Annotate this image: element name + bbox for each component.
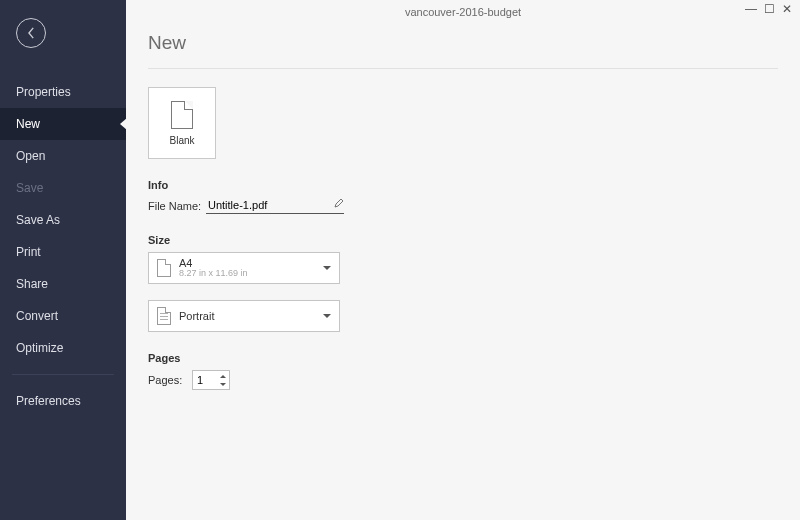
- main-panel: vancouver-2016-budget — ☐ ✕ New Blank In…: [126, 0, 800, 520]
- document-icon: [171, 101, 193, 129]
- divider: [148, 68, 778, 69]
- section-size: Size: [148, 234, 778, 246]
- maximize-button[interactable]: ☐: [764, 3, 775, 15]
- back-button[interactable]: [16, 18, 46, 48]
- edit-icon[interactable]: [334, 198, 344, 208]
- sidebar: Properties New Open Save Save As Print S…: [0, 0, 126, 520]
- pages-input[interactable]: [193, 374, 217, 386]
- pages-stepper[interactable]: [192, 370, 230, 390]
- nav-separator: [12, 374, 114, 375]
- pages-row: Pages:: [148, 370, 778, 390]
- section-pages: Pages: [148, 352, 778, 364]
- chevron-down-icon: [323, 266, 331, 270]
- page-title: New: [148, 32, 778, 54]
- minimize-button[interactable]: —: [745, 3, 757, 15]
- template-blank[interactable]: Blank: [148, 87, 216, 159]
- section-info: Info: [148, 179, 778, 191]
- pages-label: Pages:: [148, 374, 192, 386]
- filename-input[interactable]: [206, 197, 344, 214]
- window-title: vancouver-2016-budget: [126, 0, 800, 18]
- pages-decrement[interactable]: [218, 380, 228, 388]
- nav-item-new[interactable]: New: [0, 108, 126, 140]
- nav-item-share[interactable]: Share: [0, 268, 126, 300]
- pages-increment[interactable]: [218, 372, 228, 380]
- nav-item-save: Save: [0, 172, 126, 204]
- nav-item-optimize[interactable]: Optimize: [0, 332, 126, 364]
- paper-size-dropdown[interactable]: A4 8.27 in x 11.69 in: [148, 252, 340, 284]
- filename-label: File Name:: [148, 200, 206, 212]
- nav-item-preferences[interactable]: Preferences: [0, 385, 126, 417]
- template-label: Blank: [169, 135, 194, 146]
- chevron-left-icon: [27, 27, 36, 39]
- chevron-down-icon: [323, 314, 331, 318]
- close-button[interactable]: ✕: [782, 3, 792, 15]
- nav-list: Properties New Open Save Save As Print S…: [0, 76, 126, 417]
- app-window: Properties New Open Save Save As Print S…: [0, 0, 800, 520]
- page-lines-icon: [157, 307, 171, 325]
- nav-item-open[interactable]: Open: [0, 140, 126, 172]
- orientation-value: Portrait: [179, 310, 214, 322]
- page-icon: [157, 259, 171, 277]
- orientation-dropdown[interactable]: Portrait: [148, 300, 340, 332]
- nav-item-print[interactable]: Print: [0, 236, 126, 268]
- window-controls: — ☐ ✕: [745, 3, 792, 15]
- content-area: New Blank Info File Name: Size A4 8.27 i: [126, 18, 800, 390]
- nav-item-convert[interactable]: Convert: [0, 300, 126, 332]
- filename-row: File Name:: [148, 197, 778, 214]
- nav-item-properties[interactable]: Properties: [0, 76, 126, 108]
- nav-item-save-as[interactable]: Save As: [0, 204, 126, 236]
- paper-size-dims: 8.27 in x 11.69 in: [179, 269, 248, 279]
